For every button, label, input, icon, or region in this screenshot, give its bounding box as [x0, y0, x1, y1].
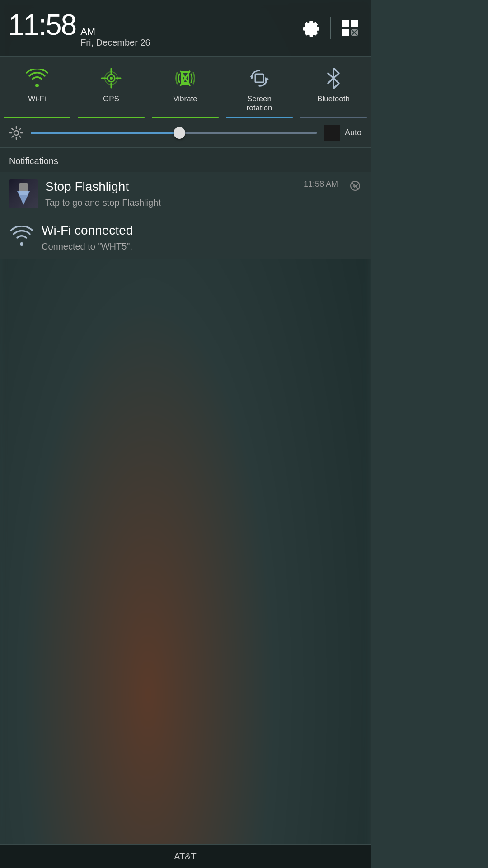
carrier-bar: AT&T [0, 844, 371, 868]
screen-rotation-label: Screen rotation [247, 94, 272, 113]
svg-rect-1 [351, 20, 358, 27]
wifi-label: Wi-Fi [28, 94, 46, 104]
status-bar-icons [292, 17, 360, 39]
vibrate-icon [174, 66, 197, 90]
flashlight-notif-content: Stop Flashlight 11:58 AM Tap to go and s… [45, 179, 338, 208]
svg-rect-0 [342, 20, 349, 27]
brightness-gear-icon[interactable] [9, 126, 23, 140]
wifi-title-row: Wi-Fi connected [42, 223, 361, 238]
wifi-notif-icon [9, 223, 34, 249]
flashlight-body-text: Tap to go and stop Flashlight [45, 197, 338, 208]
flashlight-title-row: Stop Flashlight 11:58 AM [45, 179, 338, 194]
flashlight-title: Stop Flashlight [45, 179, 129, 194]
bluetooth-icon [322, 66, 345, 90]
gps-label: GPS [103, 94, 119, 104]
wifi-notif-body: Connected to "WHT5". [42, 241, 361, 252]
flashlight-app-icon [9, 179, 38, 208]
wifi-notif-content: Wi-Fi connected Connected to "WHT5". [42, 223, 361, 252]
qs-gps[interactable]: GPS [74, 57, 148, 118]
notifications-section: Notifications Stop Flashlight 11:58 AM T… [0, 148, 371, 259]
brightness-slider[interactable] [31, 132, 317, 134]
wifi-notif-title: Wi-Fi connected [42, 223, 133, 238]
carrier-label: AT&T [174, 851, 197, 861]
auto-label: Auto [345, 128, 361, 137]
flashlight-time: 11:58 AM [304, 179, 338, 189]
notification-wifi[interactable]: Wi-Fi connected Connected to "WHT5". [0, 216, 371, 259]
svg-rect-19 [255, 74, 263, 82]
qs-bluetooth[interactable]: Bluetooth [296, 57, 371, 118]
flashlight-action-icon [349, 179, 361, 192]
qs-screen-rotation[interactable]: Screen rotation [222, 57, 296, 118]
slider-thumb[interactable] [174, 127, 185, 139]
svg-rect-2 [342, 29, 349, 36]
wifi-icon [25, 66, 49, 90]
qs-wifi[interactable]: Wi-Fi [0, 57, 74, 118]
bluetooth-label: Bluetooth [317, 94, 350, 104]
quick-settings-panel: Wi-Fi GPS [0, 57, 371, 118]
svg-point-7 [110, 77, 113, 80]
auto-brightness-section: Auto [324, 125, 361, 141]
gps-icon [99, 66, 123, 90]
divider [292, 17, 292, 39]
divider-2 [330, 17, 331, 39]
status-bar: 11:58 AM Fri, December 26 [0, 0, 371, 57]
flashlight-beam [17, 191, 30, 205]
screen-rotation-icon [248, 66, 271, 90]
am-pm-label: AM [80, 26, 150, 38]
slider-fill [31, 132, 179, 134]
svg-point-20 [14, 131, 19, 135]
date-label: Fri, December 26 [80, 38, 150, 48]
time-section: 11:58 AM Fri, December 26 [8, 8, 150, 48]
auto-box[interactable] [324, 125, 340, 141]
vibrate-label: Vibrate [173, 94, 197, 104]
svg-line-22 [352, 182, 359, 189]
apps-grid-icon[interactable] [340, 18, 360, 38]
notifications-header: Notifications [0, 148, 371, 172]
clock-time: 11:58 [8, 8, 76, 42]
brightness-row: Auto [0, 118, 371, 148]
settings-icon[interactable] [301, 18, 321, 38]
qs-vibrate[interactable]: Vibrate [148, 57, 222, 118]
notification-flashlight[interactable]: Stop Flashlight 11:58 AM Tap to go and s… [0, 172, 371, 216]
